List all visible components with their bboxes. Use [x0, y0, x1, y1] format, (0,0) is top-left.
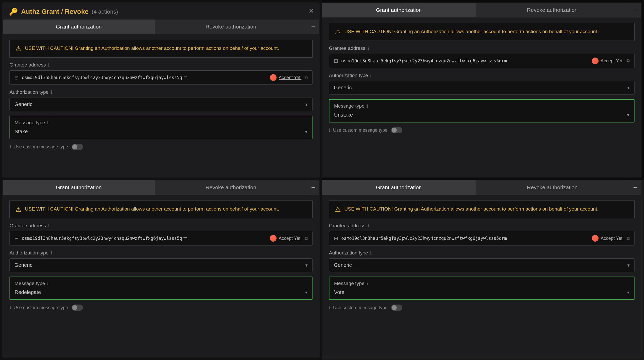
- grantee-label: Grantee address: [329, 223, 365, 229]
- minus-button[interactable]: −: [307, 20, 319, 34]
- warning-text: USE WITH CAUTION! Granting an Authorizat…: [25, 205, 279, 213]
- accept-yeti-label: Accept Yeti: [279, 236, 301, 241]
- warning-icon: ⚠: [335, 28, 341, 36]
- panel-title: Authz Grant / Revoke: [21, 8, 89, 16]
- message-type-section: Message type ℹ Unstake ▾: [329, 99, 634, 122]
- custom-msg-toggle[interactable]: [72, 305, 83, 311]
- message-type-arrow: ▾: [305, 129, 307, 135]
- message-type-arrow: ▾: [627, 290, 629, 295]
- auth-type-label: Authorization type: [329, 73, 368, 78]
- grantee-info-icon: ℹ: [48, 62, 50, 68]
- message-type-value: Unstake: [334, 112, 353, 118]
- auth-type-section: Authorization type ℹ Generic ▾: [10, 89, 312, 111]
- auth-type-value: Generic: [14, 262, 32, 268]
- grantee-info-icon: ℹ: [48, 223, 50, 229]
- tab-revoke[interactable]: Revoke authorization: [155, 20, 307, 34]
- accept-yeti-button[interactable]: Accept Yeti: [270, 235, 301, 242]
- minus-button[interactable]: −: [629, 3, 641, 17]
- accept-yeti-label: Accept Yeti: [601, 236, 623, 241]
- message-type-label: Message type: [15, 120, 45, 126]
- grantee-address: osmo19dl3n8haur5ekgfsy3pwlc2y23hwy4cnzqu…: [341, 236, 589, 241]
- accept-yeti-label: Accept Yeti: [279, 75, 301, 80]
- grantee-label: Grantee address: [10, 62, 46, 68]
- custom-msg-label: Use custom message type: [14, 144, 68, 150]
- wallet-icon: ⊟: [334, 235, 338, 241]
- copy-icon[interactable]: ⧉: [627, 58, 630, 63]
- minus-button[interactable]: −: [307, 180, 319, 195]
- message-type-dropdown[interactable]: Unstake ▾: [329, 109, 634, 122]
- accept-yeti-button[interactable]: Accept Yeti: [270, 74, 301, 81]
- auth-type-arrow: ▾: [305, 102, 308, 107]
- auth-type-arrow: ▾: [305, 262, 308, 268]
- minus-button[interactable]: −: [629, 180, 641, 195]
- message-type-info-icon: ℹ: [366, 103, 368, 109]
- message-type-info-icon: ℹ: [47, 281, 49, 286]
- accept-yeti-button[interactable]: Accept Yeti: [592, 235, 623, 242]
- tab-grant[interactable]: Grant authorization: [3, 20, 155, 34]
- auth-type-info-icon: ℹ: [370, 250, 372, 256]
- tab-grant[interactable]: Grant authorization: [3, 180, 155, 195]
- custom-msg-info-icon: ℹ: [10, 305, 11, 310]
- tab-grant[interactable]: Grant authorization: [322, 3, 476, 17]
- message-type-dropdown[interactable]: Redelegate ▾: [10, 286, 312, 299]
- wallet-icon: ⊟: [14, 235, 19, 241]
- custom-msg-toggle[interactable]: [391, 305, 402, 311]
- grantee-section: Grantee address ℹ ⊟ osmo19dl3n8haur5ekgf…: [329, 223, 634, 245]
- key-icon: 🔑: [9, 7, 18, 16]
- auth-type-value: Generic: [14, 101, 32, 107]
- tab-revoke[interactable]: Revoke authorization: [155, 180, 307, 195]
- custom-msg-info-icon: ℹ: [329, 128, 330, 133]
- message-type-arrow: ▾: [305, 290, 307, 295]
- warning-text: USE WITH CAUTION! Granting an Authorizat…: [25, 45, 279, 52]
- auth-type-value: Generic: [334, 262, 352, 268]
- auth-type-dropdown[interactable]: Generic ▾: [329, 258, 634, 272]
- close-button[interactable]: ✕: [308, 7, 314, 15]
- custom-msg-toggle[interactable]: [391, 127, 402, 133]
- message-type-dropdown[interactable]: Stake ▾: [10, 126, 312, 139]
- warning-text: USE WITH CAUTION! Granting an Authorizat…: [344, 205, 599, 213]
- custom-msg-label: Use custom message type: [14, 305, 68, 310]
- copy-icon[interactable]: ⧉: [305, 236, 308, 241]
- message-type-value: Stake: [15, 129, 28, 135]
- custom-msg-row: ℹ Use custom message type: [10, 305, 312, 311]
- custom-msg-info-icon: ℹ: [329, 305, 330, 310]
- grantee-address: osmo19dl3n8haur5ekgfsy3pwlc2y23hwy4cnzqu…: [22, 75, 267, 80]
- auth-type-section: Authorization type ℹ Generic ▾: [10, 250, 312, 272]
- grantee-section: Grantee address ℹ ⊟ osmo19dl3n8haur5ekgf…: [10, 223, 312, 245]
- message-type-section: Message type ℹ Vote ▾: [329, 277, 634, 300]
- tab-revoke[interactable]: Revoke authorization: [476, 3, 629, 17]
- custom-msg-toggle[interactable]: [72, 144, 83, 150]
- custom-msg-row: ℹ Use custom message type: [329, 305, 634, 311]
- auth-type-label: Authorization type: [10, 250, 49, 256]
- wallet-icon: ⊟: [14, 74, 19, 81]
- panel-title-actions: (4 actions): [92, 8, 118, 15]
- copy-icon[interactable]: ⧉: [305, 75, 308, 80]
- message-type-value: Vote: [334, 289, 344, 295]
- warning-box: ⚠ USE WITH CAUTION! Granting an Authoriz…: [10, 40, 312, 58]
- auth-type-dropdown[interactable]: Generic ▾: [10, 258, 312, 272]
- auth-type-arrow: ▾: [627, 85, 630, 91]
- tab-grant[interactable]: Grant authorization: [322, 180, 476, 195]
- auth-type-dropdown[interactable]: Generic ▾: [329, 81, 634, 94]
- warning-box: ⚠ USE WITH CAUTION! Granting an Authoriz…: [329, 201, 634, 218]
- grantee-label: Grantee address: [329, 45, 365, 51]
- message-type-section: Message type ℹ Redelegate ▾: [10, 277, 312, 300]
- copy-icon[interactable]: ⧉: [627, 236, 630, 241]
- message-type-label: Message type: [334, 103, 364, 109]
- tab-revoke[interactable]: Revoke authorization: [476, 180, 629, 195]
- auth-type-arrow: ▾: [627, 262, 630, 268]
- warning-icon: ⚠: [335, 205, 341, 213]
- warning-icon: ⚠: [15, 45, 21, 53]
- grantee-info-icon: ℹ: [367, 46, 369, 51]
- auth-type-info-icon: ℹ: [51, 90, 52, 95]
- auth-type-label: Authorization type: [329, 250, 368, 256]
- message-type-arrow: ▾: [627, 112, 629, 118]
- warning-text: USE WITH CAUTION! Granting an Authorizat…: [344, 28, 599, 35]
- grantee-label: Grantee address: [10, 223, 46, 229]
- warning-icon: ⚠: [15, 205, 21, 213]
- accept-yeti-avatar: [270, 74, 277, 81]
- message-type-dropdown[interactable]: Vote ▾: [329, 286, 634, 299]
- accept-yeti-avatar: [592, 235, 599, 242]
- auth-type-dropdown[interactable]: Generic ▾: [10, 98, 312, 111]
- accept-yeti-button[interactable]: Accept Yeti: [592, 58, 623, 64]
